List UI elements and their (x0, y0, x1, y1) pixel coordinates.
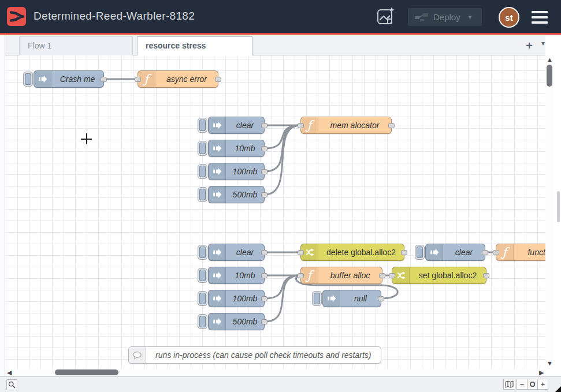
comment-icon (132, 351, 142, 360)
input-port[interactable] (135, 77, 141, 82)
inject-icon (212, 189, 222, 200)
scroll-down-icon[interactable]: ▼ (547, 360, 553, 367)
flow-list-caret-icon[interactable]: ▾ (541, 39, 545, 47)
output-port[interactable] (261, 296, 268, 301)
inject-icon-area (209, 313, 226, 330)
inject-trigger-button[interactable] (198, 187, 207, 202)
node-mb100-a[interactable]: 100mb (208, 163, 265, 180)
output-port[interactable] (483, 273, 489, 278)
node-delete-global[interactable]: delete global.alloc2 (300, 244, 404, 261)
output-port[interactable] (379, 273, 385, 278)
node-label: 500mb (226, 313, 264, 330)
inject-icon-area (34, 71, 51, 87)
inject-icon (212, 120, 222, 130)
workspace-tabbar: Flow 1 resource stress + ▾ (5, 35, 545, 55)
node-clear-a[interactable]: clear (208, 117, 265, 134)
change-icon (304, 247, 315, 257)
inject-trigger-button[interactable] (198, 141, 207, 156)
vertical-scrollbar[interactable]: ▲ ▼ (545, 55, 553, 368)
node-mb500-a[interactable]: 500mb (208, 186, 265, 203)
user-avatar[interactable]: st (499, 7, 519, 28)
output-port[interactable] (378, 296, 384, 301)
inject-icon-area (323, 290, 340, 307)
output-port[interactable] (261, 273, 268, 278)
tab-resource-stress[interactable]: resource stress (137, 36, 252, 56)
node-mb10-b[interactable]: 10mb (208, 267, 265, 284)
input-port[interactable] (389, 273, 395, 278)
inject-icon (429, 247, 440, 257)
node-set-global[interactable]: set global.alloc2 (392, 267, 486, 284)
inject-trigger-button[interactable] (198, 164, 207, 179)
deploy-button[interactable]: Deploy ▾ (408, 8, 482, 26)
node-function-node[interactable]: ƒfunction (496, 244, 545, 261)
input-port[interactable] (298, 273, 304, 278)
horizontal-scrollbar[interactable]: ◀ ▶ (5, 368, 545, 376)
output-port[interactable] (261, 123, 268, 128)
search-button[interactable] (6, 379, 17, 390)
output-port[interactable] (261, 192, 268, 197)
node-async-error[interactable]: ƒasync error (138, 70, 218, 88)
inject-trigger-button[interactable] (312, 291, 322, 306)
inject-icon-area (209, 244, 226, 260)
output-port[interactable] (261, 146, 268, 151)
scroll-left-icon[interactable]: ◀ (7, 369, 12, 376)
inject-trigger-button[interactable] (23, 72, 33, 87)
comment-icon-area (129, 347, 146, 363)
output-port[interactable] (261, 169, 268, 174)
ai-assistant-icon[interactable] (376, 6, 396, 26)
map-icon (505, 380, 514, 388)
output-port[interactable] (101, 77, 107, 82)
inject-trigger-button[interactable] (198, 118, 207, 133)
main-menu-icon[interactable] (532, 11, 548, 24)
node-label: null (340, 290, 381, 307)
input-port[interactable] (493, 250, 499, 255)
output-port[interactable] (261, 319, 268, 324)
deploy-caret-icon[interactable]: ▾ (469, 13, 472, 21)
horizontal-scrollbar-thumb[interactable] (55, 369, 118, 375)
input-port[interactable] (298, 250, 304, 255)
deploy-nodes-icon (415, 13, 429, 22)
node-buffer-alloc[interactable]: ƒbuffer alloc (300, 267, 382, 284)
inject-trigger-button[interactable] (198, 314, 207, 329)
inject-icon-area (426, 244, 443, 260)
node-crash-me[interactable]: Crash me (34, 70, 104, 88)
window-scrollbar-thumb[interactable] (557, 191, 560, 222)
navigator-button[interactable] (503, 379, 515, 390)
node-mem-alocator[interactable]: ƒmem alocator (300, 117, 392, 134)
node-mb10-a[interactable]: 10mb (208, 140, 265, 157)
inject-icon (212, 293, 222, 304)
header-bar: Determined-Reed-Warbler-8182 Deploy ▾ st (0, 0, 561, 33)
output-port[interactable] (261, 250, 268, 255)
add-flow-button[interactable]: + (521, 38, 537, 53)
zoom-reset-button[interactable]: O (527, 379, 538, 390)
zoom-out-button[interactable]: − (517, 379, 527, 390)
inject-trigger-button[interactable] (415, 245, 425, 260)
output-port[interactable] (388, 123, 395, 128)
node-clear-b[interactable]: clear (208, 244, 265, 261)
node-null-inject[interactable]: null (322, 290, 381, 307)
node-mb500-b[interactable]: 500mb (208, 313, 265, 330)
window-resize-grip[interactable] (555, 386, 561, 392)
node-label: 100mb (226, 290, 264, 307)
tab-flow-1[interactable]: Flow 1 (19, 36, 133, 56)
output-port[interactable] (401, 250, 407, 255)
inject-trigger-button[interactable] (198, 245, 207, 260)
output-port[interactable] (215, 77, 221, 82)
flow-canvas[interactable]: Crash meƒasync errorclear10mb100mb500mbƒ… (5, 55, 545, 368)
zoom-controls: − O + (517, 379, 548, 390)
inject-trigger-button[interactable] (198, 291, 207, 306)
zoom-in-button[interactable]: + (537, 379, 548, 390)
inject-trigger-button[interactable] (198, 268, 207, 283)
node-comment-node[interactable]: runs in-process (can cause poll check ti… (128, 346, 381, 364)
inject-icon-area (209, 163, 226, 180)
function-icon: ƒ (307, 120, 312, 132)
scroll-right-icon[interactable]: ▶ (539, 369, 544, 376)
input-port[interactable] (298, 123, 304, 128)
scroll-up-icon[interactable]: ▲ (547, 57, 553, 63)
output-port[interactable] (482, 250, 488, 255)
vertical-scrollbar-thumb[interactable] (547, 65, 552, 87)
node-label: delete global.alloc2 (318, 244, 404, 260)
node-mb100-b[interactable]: 100mb (208, 290, 265, 307)
inject-icon-area (209, 117, 226, 133)
node-clear-c[interactable]: clear (425, 244, 485, 261)
